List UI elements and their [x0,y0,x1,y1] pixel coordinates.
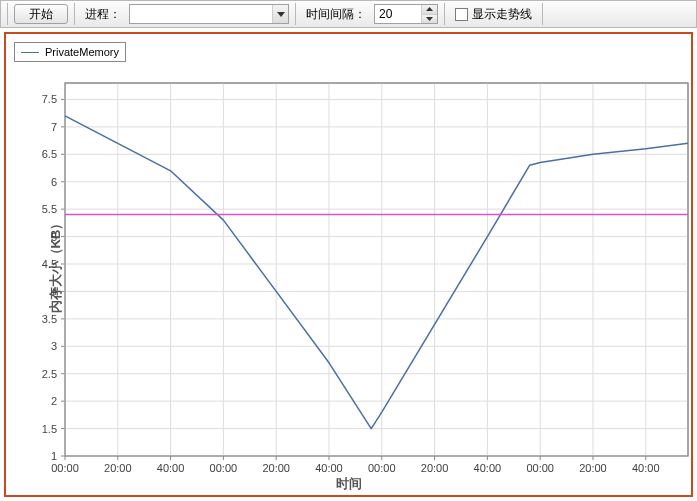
svg-text:1: 1 [51,450,57,462]
svg-text:4: 4 [51,285,57,297]
svg-text:5: 5 [51,231,57,243]
svg-text:7: 7 [51,121,57,133]
svg-text:2.5: 2.5 [42,368,57,380]
svg-text:00:00: 00:00 [526,462,554,474]
legend-swatch [21,52,39,53]
separator [444,3,445,25]
svg-text:40:00: 40:00 [474,462,502,474]
svg-text:00:00: 00:00 [51,462,79,474]
svg-text:20:00: 20:00 [104,462,132,474]
checkbox-box [455,8,468,21]
svg-text:5.5: 5.5 [42,203,57,215]
spinner-down-button[interactable] [422,15,437,24]
start-button[interactable]: 开始 [14,4,68,24]
svg-text:6: 6 [51,176,57,188]
separator [74,3,75,25]
svg-rect-0 [65,83,688,456]
svg-text:40:00: 40:00 [315,462,343,474]
interval-label: 时间间隔： [302,6,370,23]
svg-text:40:00: 40:00 [632,462,660,474]
interval-value: 20 [375,5,421,23]
svg-text:20:00: 20:00 [262,462,290,474]
legend: PrivateMemory [14,42,126,62]
svg-text:1.5: 1.5 [42,423,57,435]
svg-text:4.5: 4.5 [42,258,57,270]
process-combobox[interactable] [129,4,289,24]
trend-checkbox-label: 显示走势线 [472,6,532,23]
process-label: 进程： [81,6,125,23]
svg-text:00:00: 00:00 [368,462,396,474]
toolbar: 开始 进程： 时间间隔： 20 显示走势线 [0,0,697,28]
svg-text:2: 2 [51,395,57,407]
spinner-up-button[interactable] [422,5,437,15]
svg-text:7.5: 7.5 [42,93,57,105]
svg-text:3: 3 [51,340,57,352]
chart-area: PrivateMemory 内存大小（KB） 时间 11.522.533.544… [0,28,697,501]
process-value [130,5,272,23]
svg-text:20:00: 20:00 [579,462,607,474]
svg-text:40:00: 40:00 [157,462,185,474]
chevron-down-icon[interactable] [272,5,288,23]
svg-text:6.5: 6.5 [42,148,57,160]
start-button-label: 开始 [29,6,53,23]
separator [7,3,8,25]
interval-spinner[interactable]: 20 [374,4,438,24]
legend-label: PrivateMemory [45,46,119,58]
svg-text:20:00: 20:00 [421,462,449,474]
trend-checkbox[interactable]: 显示走势线 [451,6,536,23]
separator [295,3,296,25]
separator [542,3,543,25]
chart-plot: 11.522.533.544.555.566.577.500:0020:0040… [0,28,697,501]
svg-text:00:00: 00:00 [210,462,238,474]
svg-text:3.5: 3.5 [42,313,57,325]
